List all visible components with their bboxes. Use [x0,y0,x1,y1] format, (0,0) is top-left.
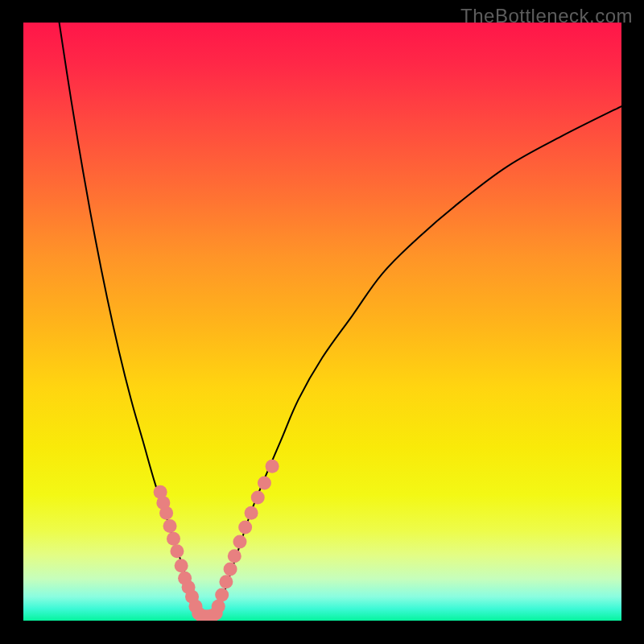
curve-right-curve [217,106,621,615]
dot-right [266,460,279,473]
chart-overlay [23,23,621,621]
dot-left [167,532,180,546]
dot-right [258,477,271,490]
curve-left-curve [60,23,199,615]
dots-group [154,460,279,621]
dot-right [219,575,233,588]
watermark-text: TheBottleneck.com [460,5,633,27]
curves-group [60,23,621,619]
dot-left [175,559,188,572]
dot-right [215,588,229,602]
dot-right [224,563,237,576]
dot-right [238,521,252,535]
dot-right [233,535,246,548]
dot-right [251,490,265,504]
dot-right [245,506,258,520]
dot-left [170,544,184,558]
chart-frame: TheBottleneck.com [0,0,644,644]
dot-right [228,549,242,563]
plot-area [23,23,621,621]
dot-bottom [209,607,223,621]
dot-left [159,506,173,520]
dot-left [163,519,177,533]
